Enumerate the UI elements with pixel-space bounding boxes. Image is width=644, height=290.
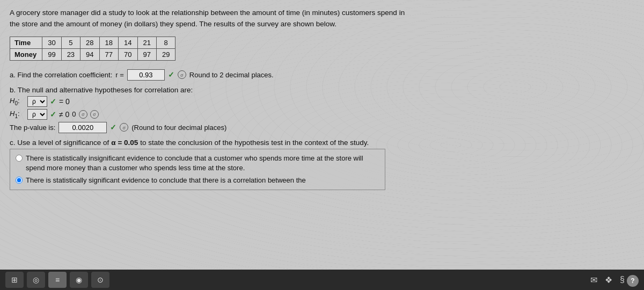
radio-option-2-text: There is statistically significant evide… xyxy=(26,176,306,185)
pval-input[interactable] xyxy=(58,122,107,133)
pval-row: The p-value is: ✓ σ (Round to four decim… xyxy=(10,122,409,133)
info-icon-a[interactable]: σ xyxy=(178,70,186,79)
time-val-4: 18 xyxy=(99,37,118,48)
time-val-7: 8 xyxy=(156,37,175,48)
h1-row: H1: ρ r ✓ ≠ 0 0 σ σ xyxy=(10,109,409,120)
h1-check-icon: ✓ xyxy=(50,110,56,119)
h0-label: H0: xyxy=(10,97,25,106)
radio-input-2[interactable] xyxy=(16,177,23,184)
h0-select[interactable]: ρ r xyxy=(27,96,47,107)
part-c-label2: to state the conclusion of the hypothesi… xyxy=(140,139,369,147)
taskbar-btn-1[interactable]: ◎ xyxy=(27,272,45,288)
pval-label: The p-value is: xyxy=(10,124,55,132)
h1-neq: ≠ 0 xyxy=(59,110,69,119)
taskbar: ⊞ ◎ ≡ ◉ ⊙ ✉ ❖ § ♪ ? xyxy=(0,270,644,290)
money-val-2: 23 xyxy=(61,48,80,60)
intro-paragraph: A grocery store manager did a study to l… xyxy=(10,8,409,30)
radio-option-1-text: There is statistically insignificant evi… xyxy=(26,154,379,173)
r-equals: r = xyxy=(115,71,124,79)
alpha-value: α = 0.05 xyxy=(111,139,138,147)
time-label: Time xyxy=(10,37,42,48)
part-b: b. The null and alternative hypotheses f… xyxy=(10,86,409,133)
money-val-6: 97 xyxy=(137,48,156,60)
hypothesis-block: H0: ρ r ✓ = 0 H1: ρ r ✓ ≠ 0 0 σ σ xyxy=(10,96,409,133)
time-val-2: 5 xyxy=(61,37,80,48)
part-a: a. Find the correlation coefficient: r =… xyxy=(10,69,409,81)
radio-input-1[interactable] xyxy=(16,155,23,162)
time-val-5: 14 xyxy=(119,37,137,48)
time-val-3: 28 xyxy=(80,37,99,48)
part-b-label: b. The null and alternative hypotheses f… xyxy=(10,86,193,94)
radio-group: There is statistically insignificant evi… xyxy=(10,149,385,191)
taskbar-icon-grid[interactable]: ❖ xyxy=(603,275,614,285)
data-table: Time 30 5 28 18 14 21 8 Money 99 23 94 7… xyxy=(10,37,175,61)
time-val-6: 21 xyxy=(137,37,156,48)
money-val-7: 29 xyxy=(156,48,175,60)
question-badge[interactable]: ? xyxy=(627,275,639,287)
taskbar-btn-4[interactable]: ⊙ xyxy=(91,272,109,288)
money-val-5: 70 xyxy=(119,48,137,60)
money-val-4: 77 xyxy=(99,48,118,60)
main-content: A grocery store manager did a study to l… xyxy=(0,0,419,201)
info-icon-h1b[interactable]: σ xyxy=(90,110,99,119)
info-icon-h1a[interactable]: σ xyxy=(79,110,87,119)
h1-zero: 0 xyxy=(72,110,76,118)
pval-check-icon: ✓ xyxy=(110,123,116,132)
part-c-label: c. Use a level of significance of xyxy=(10,139,109,147)
taskbar-icon-mail[interactable]: ✉ xyxy=(588,275,599,285)
taskbar-icon-dollar[interactable]: § xyxy=(618,275,627,285)
part-c: c. Use a level of significance of α = 0.… xyxy=(10,139,409,191)
part-a-note: Round to 2 decimal places. xyxy=(189,71,274,79)
radio-option-2[interactable]: There is statistically significant evide… xyxy=(16,176,379,185)
taskbar-btn-2[interactable]: ≡ xyxy=(48,272,67,288)
money-val-3: 94 xyxy=(80,48,99,60)
h0-check-icon: ✓ xyxy=(50,97,56,106)
h1-select[interactable]: ρ r xyxy=(27,109,47,120)
radio-option-1[interactable]: There is statistically insignificant evi… xyxy=(16,154,379,173)
check-icon: ✓ xyxy=(168,70,174,79)
pval-note: (Round to four decimal places) xyxy=(131,124,226,132)
h1-label: H1: xyxy=(10,110,25,119)
info-icon-pval[interactable]: σ xyxy=(120,123,128,132)
h0-eq: = 0 xyxy=(59,97,70,106)
part-a-label: a. Find the correlation coefficient: xyxy=(10,71,112,79)
money-label: Money xyxy=(10,48,42,60)
time-val-1: 30 xyxy=(42,37,61,48)
money-val-1: 99 xyxy=(42,48,61,60)
h0-row: H0: ρ r ✓ = 0 xyxy=(10,96,409,107)
taskbar-start-btn[interactable]: ⊞ xyxy=(5,272,24,288)
taskbar-btn-3[interactable]: ◉ xyxy=(70,272,88,288)
r-value-input[interactable] xyxy=(127,69,165,81)
